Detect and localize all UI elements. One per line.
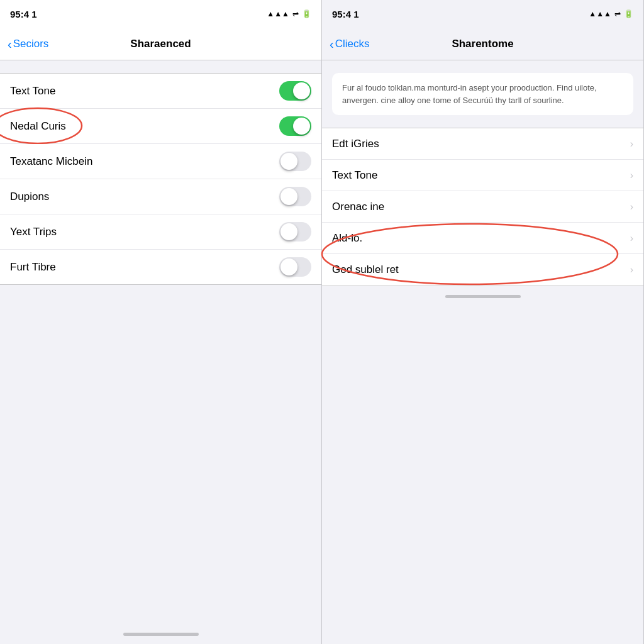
right-wifi-icon: ⇌ <box>614 9 621 18</box>
battery-icon: 🔋 <box>302 9 311 18</box>
left-phone-panel: 95:4 1 ▲▲▲ ⇌ 🔋 ‹ Seciors Sharaenced Text… <box>0 0 322 644</box>
left-row-furt-tibre[interactable]: Furt Tibre <box>0 250 321 284</box>
left-label-texatanc: Texatanc Micbein <box>10 155 92 168</box>
left-toggle-thumb-yext-trips <box>280 223 297 240</box>
right-label-ald-lo: Ald-lo. <box>332 232 362 245</box>
right-row-god-sublel-ret[interactable]: God sublel ret › <box>322 254 643 286</box>
right-chevron-orenac-ine-icon: › <box>630 201 633 213</box>
left-toggle-thumb-dupions <box>280 188 297 205</box>
left-home-indicator <box>0 624 321 644</box>
right-label-orenac-ine: Orenac ine <box>332 201 384 213</box>
right-label-edt-igries: Edt iGries <box>332 138 379 150</box>
left-label-yext-trips: Yext Trips <box>10 226 57 238</box>
right-row-text-tone[interactable]: Text Tone › <box>322 160 643 191</box>
right-nav-bar: ‹ Cliecks Sharentome <box>322 28 643 60</box>
left-row-yext-trips[interactable]: Yext Trips <box>0 214 321 250</box>
left-row-nedal-curis[interactable]: Nedal Curis <box>0 109 321 144</box>
right-description-text: Fur al foudo tolklan.ma monturd-in asept… <box>342 83 597 105</box>
right-row-ald-lo[interactable]: Ald-lo. › <box>322 223 643 254</box>
left-back-label: Seciors <box>13 38 49 50</box>
right-back-button[interactable]: ‹ Cliecks <box>330 38 369 50</box>
left-status-icons: ▲▲▲ ⇌ 🔋 <box>267 9 311 18</box>
wifi-icon: ⇌ <box>292 9 299 18</box>
left-back-chevron-icon: ‹ <box>8 38 12 50</box>
left-back-button[interactable]: ‹ Seciors <box>8 38 48 50</box>
right-signal-icon: ▲▲▲ <box>589 9 611 18</box>
left-row-dupions[interactable]: Dupions <box>0 179 321 214</box>
right-chevron-ald-lo-icon: › <box>630 233 633 244</box>
left-status-time: 95:4 1 <box>10 9 37 19</box>
left-toggle-furt-tibre[interactable] <box>279 257 311 277</box>
left-toggle-thumb-texatanc <box>280 153 297 170</box>
right-chevron-text-tone-icon: › <box>630 170 633 181</box>
left-row-text-tone[interactable]: Text Tone <box>0 74 321 109</box>
left-nav-title: Sharaenced <box>130 38 191 50</box>
left-row-texatanc[interactable]: Texatanc Micbein <box>0 144 321 179</box>
right-phone-panel: 95:4 1 ▲▲▲ ⇌ 🔋 ‹ Cliecks Sharentome Fur … <box>322 0 644 644</box>
left-toggle-texatanc[interactable] <box>279 152 311 171</box>
right-home-bar <box>445 295 521 298</box>
left-label-nedal-curis: Nedal Curis <box>10 120 66 133</box>
right-status-bar: 95:4 1 ▲▲▲ ⇌ 🔋 <box>322 0 643 28</box>
left-label-dupions: Dupions <box>10 191 49 203</box>
right-label-god-sublel-ret: God sublel ret <box>332 264 399 276</box>
right-row-edt-igries[interactable]: Edt iGries › <box>322 128 643 160</box>
left-label-text-tone: Text Tone <box>10 85 55 97</box>
left-label-furt-tibre: Furt Tibre <box>10 261 56 274</box>
left-toggle-yext-trips[interactable] <box>279 222 311 242</box>
left-toggle-thumb-text-tone <box>293 82 310 99</box>
left-nav-bar: ‹ Seciors Sharaenced <box>0 28 321 60</box>
right-chevron-list: Edt iGries › Text Tone › Orenac ine › Al… <box>322 128 643 286</box>
right-chevron-god-sublel-ret-icon: › <box>630 264 633 275</box>
right-back-chevron-icon: ‹ <box>330 38 334 50</box>
right-chevron-edt-igries-icon: › <box>630 138 633 150</box>
signal-icon: ▲▲▲ <box>267 9 289 18</box>
left-toggle-thumb-furt-tibre <box>280 258 297 275</box>
right-label-text-tone: Text Tone <box>332 169 377 182</box>
right-row-orenac-ine[interactable]: Orenac ine › <box>322 191 643 223</box>
right-status-icons: ▲▲▲ ⇌ 🔋 <box>589 9 633 18</box>
left-toggle-nedal-curis[interactable] <box>279 116 311 136</box>
left-toggle-thumb-nedal-curis <box>293 118 310 135</box>
right-battery-icon: 🔋 <box>624 9 633 18</box>
left-toggle-text-tone[interactable] <box>279 81 311 101</box>
left-home-bar <box>123 633 199 636</box>
right-status-time: 95:4 1 <box>332 9 359 19</box>
right-description-box: Fur al foudo tolklan.ma monturd-in asept… <box>332 73 633 115</box>
left-status-bar: 95:4 1 ▲▲▲ ⇌ 🔋 <box>0 0 321 28</box>
right-back-label: Cliecks <box>335 38 370 50</box>
right-home-indicator <box>322 286 643 306</box>
left-content: Text Tone Nedal Curis Texatanc Mi <box>0 60 321 624</box>
right-nav-title: Sharentome <box>452 38 513 50</box>
left-toggle-dupions[interactable] <box>279 187 311 206</box>
left-settings-section: Text Tone Nedal Curis Texatanc Mi <box>0 73 321 285</box>
